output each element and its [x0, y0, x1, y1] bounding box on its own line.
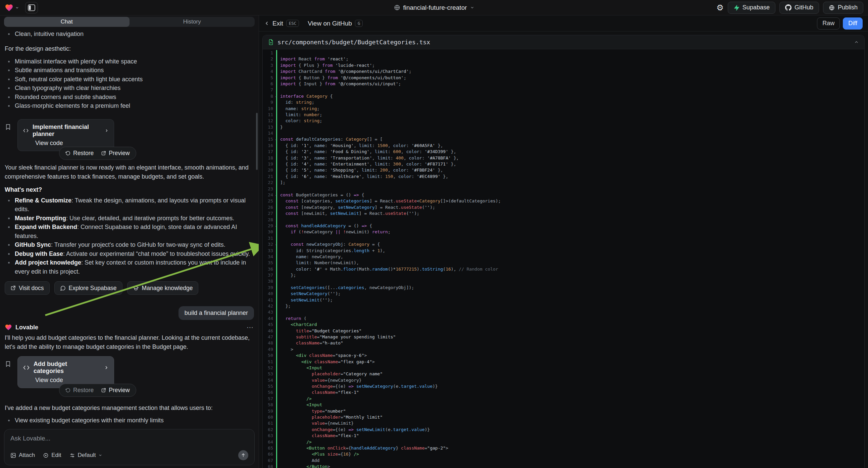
design-bullet: Soft, neutral color palette with light b…	[5, 75, 254, 84]
message-menu-icon[interactable]: ⋯	[247, 323, 254, 331]
code-line: 11 limit: number;	[263, 112, 864, 118]
mode-select[interactable]: Default	[69, 452, 103, 459]
visit-docs-button[interactable]: Visit docs	[5, 281, 50, 295]
lovable-app: financial-future-creator ⚙ Supabase GitH…	[0, 0, 868, 468]
send-button[interactable]	[238, 450, 248, 460]
chat-scrollback[interactable]: Clean, intuitive navigation For the desi…	[0, 27, 259, 426]
project-switcher[interactable]: financial-future-creator	[394, 4, 474, 11]
attach-button[interactable]: Attach	[10, 452, 35, 459]
line-number: 61	[263, 420, 276, 427]
code-line: 48 className="h-auto"	[263, 340, 864, 346]
github-button[interactable]: GitHub	[779, 2, 819, 14]
sidebar-toggle-button[interactable]	[25, 2, 38, 13]
fold-chevron-icon[interactable]: ›	[273, 195, 279, 197]
supabase-button[interactable]: Supabase	[728, 2, 775, 14]
code-text: { id: '6', name: 'Healthcare', limit: 15…	[277, 174, 448, 180]
diff-toggle-button[interactable]: Diff	[843, 18, 863, 30]
whats-next-item: Refine & Customize: Tweak the design, an…	[5, 196, 254, 214]
code-line: 1	[263, 50, 864, 56]
code-text: />	[277, 439, 312, 445]
restore-button[interactable]: Restore	[65, 387, 94, 394]
manage-knowledge-button[interactable]: Manage knowledge	[127, 281, 198, 295]
code-line: 35 limit: Number(newLimit),	[263, 260, 864, 266]
code-text: const defaultCategories: Category[] = [	[277, 136, 382, 142]
file-added-icon	[268, 39, 274, 45]
line-number: 36	[263, 266, 276, 272]
chat-scrollbar-thumb[interactable]	[256, 113, 258, 170]
line-number: 12	[263, 118, 276, 124]
file-bar[interactable]: src/components/budget/BudgetCategories.t…	[263, 35, 864, 49]
lovable-logo-menu[interactable]	[5, 3, 19, 12]
raw-toggle-button[interactable]: Raw	[817, 18, 840, 30]
version-card-title: Implement financial planner	[33, 123, 97, 138]
line-number: 1	[263, 50, 276, 56]
view-code-link[interactable]: View code	[35, 377, 108, 384]
code-line: 53 placeholder="Category name"	[263, 371, 864, 377]
chevron-right-icon[interactable]	[104, 365, 108, 370]
exit-button[interactable]: Exit ESC	[265, 20, 299, 27]
design-bullet: Rounded corners and subtle shadows	[5, 93, 254, 102]
preview-button[interactable]: Preview	[101, 387, 129, 394]
line-number: 13	[263, 124, 276, 130]
view-code-link[interactable]: View code	[35, 140, 108, 147]
view-on-github-button[interactable]: View on GitHub G	[308, 20, 363, 27]
code-text: { id: '2', name: 'Food & Dining', limit:…	[277, 149, 456, 155]
code-panel: Exit ESC View on GitHub G Raw Diff s	[259, 16, 868, 468]
chevron-up-icon[interactable]	[854, 39, 859, 45]
chevron-down-icon	[98, 453, 102, 457]
code-line: 28	[263, 217, 864, 223]
design-bullet-list: Minimalist interface with plenty of whit…	[5, 57, 254, 111]
bookmark-icon[interactable]	[5, 123, 11, 130]
esc-key-chip: ESC	[286, 20, 299, 27]
restore-button[interactable]: Restore	[65, 150, 94, 157]
code-line: 25 const [categories, setCategories] = R…	[263, 198, 864, 204]
code-line: 2import React from 'react';	[263, 56, 864, 62]
version-card-add-budget-categories[interactable]: Add budget categories View code	[18, 356, 114, 388]
code-text	[277, 235, 283, 241]
chat-input[interactable]	[10, 435, 248, 445]
code-icon	[23, 365, 30, 370]
code-line: 55 onChange={(e) => setNewCategory(e.tar…	[263, 383, 864, 389]
tab-chat[interactable]: Chat	[4, 17, 129, 27]
code-line: 32› const newCategoryObj: Category = {	[263, 241, 864, 247]
assistant-intro: I'll help you add budget categories to t…	[5, 333, 254, 351]
code-text: };	[277, 272, 296, 278]
version-card-title: Add budget categories	[34, 360, 96, 375]
settings-gear-icon[interactable]: ⚙	[716, 4, 724, 12]
tab-history[interactable]: History	[129, 17, 255, 27]
code-line: 23	[263, 186, 864, 192]
publish-button[interactable]: Publish	[823, 2, 863, 14]
fold-chevron-icon[interactable]: ›	[273, 96, 279, 98]
bookmark-icon[interactable]	[5, 360, 11, 368]
code-line: 31	[263, 235, 864, 241]
code-line: 41 setNewLimit('');	[263, 297, 864, 303]
edit-mode-button[interactable]: Edit	[43, 452, 61, 459]
line-number: 48	[263, 340, 276, 346]
restore-icon	[65, 151, 70, 156]
preview-button[interactable]: Preview	[101, 150, 129, 157]
file-path: src/components/budget/BudgetCategories.t…	[277, 39, 430, 46]
whats-next-heading: What's next?	[5, 185, 254, 194]
code-line: 33 id: String(categories.length + 1),	[263, 248, 864, 254]
line-number: 57	[263, 396, 276, 402]
explore-supabase-button[interactable]: Explore Supabase	[54, 281, 122, 295]
chevron-right-icon[interactable]	[105, 128, 108, 133]
line-number: 62	[263, 427, 276, 433]
chat-history-tabs: Chat History	[4, 17, 255, 27]
code-line: 42 };	[263, 303, 864, 309]
code-line: 57 />	[263, 396, 864, 402]
version-card-implement-financial-planner[interactable]: Implement financial planner View code	[18, 119, 114, 151]
code-text: title="Budget Categories"	[277, 328, 362, 334]
code-editor[interactable]: 1 2import React from 'react';3import { P…	[263, 49, 864, 468]
code-line: 13}	[263, 124, 864, 130]
fold-chevron-icon[interactable]: ›	[273, 225, 279, 228]
code-text: import React from 'react';	[277, 56, 349, 62]
fold-chevron-icon[interactable]: ›	[273, 244, 279, 246]
chevron-down-icon	[15, 6, 19, 10]
fold-chevron-icon[interactable]: ›	[273, 139, 279, 141]
line-number: 6	[263, 81, 276, 87]
lovable-heart-icon	[5, 324, 12, 331]
code-text: ];	[277, 180, 285, 186]
line-number: 46	[263, 328, 276, 334]
code-text: { id: '4', name: 'Entertainment', limit:…	[277, 161, 456, 167]
